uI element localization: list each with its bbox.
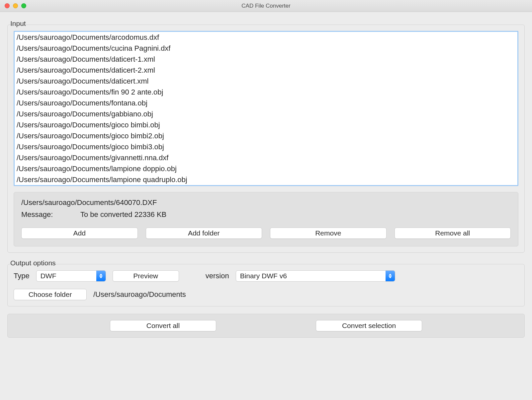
remove-button[interactable]: Remove [270,228,387,239]
convert-bar: Convert all Convert selection [7,314,525,338]
list-item[interactable]: /Users/sauroago/Documents/gioco bimbi3.o… [17,141,515,152]
version-select[interactable]: Binary DWF v6 [236,270,395,282]
list-item[interactable]: /Users/sauroago/Documents/fin 90 2 ante.… [17,87,515,98]
list-item[interactable]: /Users/sauroago/Documents/daticert-1.xml [17,54,515,65]
remove-all-button[interactable]: Remove all [395,228,511,239]
input-file-list[interactable]: /Users/sauroago/Documents/arcodomus.dxf/… [14,31,518,186]
zoom-icon[interactable] [21,3,26,8]
type-select-value: DWF [37,272,96,280]
add-folder-button[interactable]: Add folder [146,228,262,239]
close-icon[interactable] [5,3,10,8]
list-item[interactable]: /Users/sauroago/Documents/daticert.xml [17,76,515,87]
input-group-label: Input [9,20,27,28]
preview-button[interactable]: Preview [113,270,179,282]
minimize-icon[interactable] [13,3,18,8]
window-titlebar: CAD File Converter [0,0,532,12]
list-item[interactable]: /Users/sauroago/Documents/arcodomus.dxf [17,32,515,43]
output-folder-path: /Users/sauroago/Documents [93,290,186,299]
output-options-group: Output options Type DWF Preview version … [7,264,525,306]
version-label: version [206,272,229,280]
version-select-value: Binary DWF v6 [236,272,386,280]
list-item[interactable]: /Users/sauroago/Documents/gioco bimbi.ob… [17,119,515,130]
list-item[interactable]: /Users/sauroago/Documents/gabbiano.obj [17,108,515,119]
convert-all-button[interactable]: Convert all [110,320,216,331]
list-item[interactable]: /Users/sauroago/Documents/gioco bimbi2.o… [17,130,515,141]
svg-marker-3 [389,276,392,278]
chevron-updown-icon [386,271,395,281]
svg-marker-2 [389,274,392,276]
type-select[interactable]: DWF [36,270,106,282]
list-item[interactable]: /Users/sauroago/Documents/fontana.obj [17,98,515,108]
choose-folder-button[interactable]: Choose folder [14,289,87,300]
input-detail-panel: /Users/sauroago/Documents/640070.DXF Mes… [14,192,518,246]
message-label: Message: [21,210,71,219]
list-item[interactable]: /Users/sauroago/Documents/cucina Pagnini… [17,43,515,54]
list-item[interactable]: /Users/sauroago/Documents/daticert-2.xml [17,65,515,76]
message-value: To be converted 22336 KB [80,210,166,219]
input-group: Input /Users/sauroago/Documents/arcodomu… [7,25,525,253]
output-group-label: Output options [9,259,57,267]
chevron-updown-icon [96,271,106,281]
list-item[interactable]: /Users/sauroago/Documents/lampione doppi… [17,163,515,174]
list-item[interactable]: /Users/sauroago/Documents/givannetti.nna… [17,152,515,163]
traffic-lights [5,3,26,8]
add-button[interactable]: Add [21,228,138,239]
svg-marker-0 [99,274,103,276]
type-label: Type [14,272,30,280]
selected-file-path: /Users/sauroago/Documents/640070.DXF [21,198,157,207]
convert-selection-button[interactable]: Convert selection [316,320,422,331]
list-item[interactable]: /Users/sauroago/Documents/lampione quadr… [17,174,515,185]
svg-marker-1 [99,276,103,278]
window-title: CAD File Converter [0,3,532,9]
